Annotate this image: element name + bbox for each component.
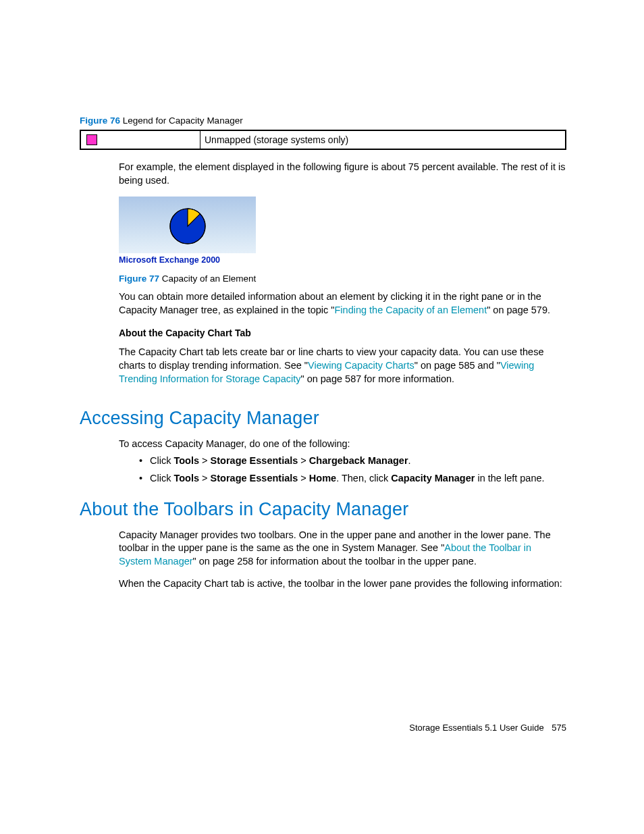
page-footer: Storage Essentials 5.1 User Guide 575 (409, 722, 566, 734)
bullet-text: Click (150, 473, 173, 484)
bullet-bold-tools: Tools (173, 455, 199, 466)
legend-text-cell: Unmapped (storage systems only) (200, 131, 565, 149)
paragraph-access-intro: To access Capacity Manager, do one of th… (119, 438, 566, 451)
list-item: Click Tools > Storage Essentials > Charg… (139, 454, 566, 468)
heading-accessing-capacity-manager: Accessing Capacity Manager (80, 406, 566, 430)
figure-76-caption: Figure 76 Legend for Capacity Manager (80, 115, 566, 127)
subhead-capacity-chart-tab: About the Capacity Chart Tab (119, 327, 566, 340)
figure-76-caption-text: Legend for Capacity Manager (123, 115, 243, 126)
bullet-rest: in the left pane. (475, 473, 544, 484)
paragraph-detail: You can obtain more detailed information… (119, 290, 566, 317)
legend-swatch-cell (81, 131, 200, 149)
capacity-element-label: Microsoft Exchange 2000 (119, 253, 256, 269)
page: Figure 76 Legend for Capacity Manager Un… (0, 0, 644, 834)
paragraph-example: For example, the element displayed in th… (119, 161, 566, 187)
bullet-bold-se: Storage Essentials (211, 455, 298, 466)
legend-table: Unmapped (storage systems only) (80, 130, 566, 150)
figure-77-caption-text: Capacity of an Element (162, 273, 257, 284)
figure-77-label: Figure 77 (119, 273, 159, 284)
paragraph-toolbars-b-text: " on page 258 for information about the … (193, 556, 477, 567)
pie-chart-icon (167, 204, 209, 246)
bullet-bold-cm: Capacity Manager (391, 473, 475, 484)
legend-swatch-unmapped (86, 134, 97, 145)
paragraph-detail-b: " on page 579. (487, 305, 550, 315)
paragraph-chart-tab: The Capacity Chart tab lets create bar o… (119, 346, 566, 386)
figure-76-label: Figure 76 (80, 115, 120, 126)
capacity-pie-chart (119, 197, 256, 253)
bullet-sep: > (298, 455, 309, 466)
paragraph-chart-tab-c: " on page 587 for more information. (300, 373, 454, 384)
heading-about-toolbars: About the Toolbars in Capacity Manager (80, 497, 566, 521)
paragraph-toolbars-a: Capacity Manager provides two toolbars. … (119, 529, 566, 569)
bullet-bold-se: Storage Essentials (211, 473, 298, 484)
bullet-then: . Then, click (336, 473, 391, 484)
paragraph-toolbars-c: When the Capacity Chart tab is active, t… (119, 577, 566, 591)
capacity-element-thumbnail: Microsoft Exchange 2000 (119, 197, 256, 269)
bullet-bold-tools: Tools (173, 473, 199, 484)
footer-title: Storage Essentials 5.1 User Guide (409, 723, 543, 733)
bullet-text: Click (150, 455, 173, 466)
footer-page-number: 575 (552, 723, 566, 733)
bullet-sep: > (298, 473, 309, 484)
paragraph-chart-tab-b: " on page 585 and " (414, 360, 500, 371)
link-viewing-capacity-charts[interactable]: Viewing Capacity Charts (308, 360, 414, 371)
access-bullet-list: Click Tools > Storage Essentials > Charg… (139, 454, 566, 485)
bullet-end: . (408, 455, 411, 466)
bullet-sep: > (199, 455, 211, 466)
bullet-sep: > (199, 473, 211, 484)
bullet-bold-cb: Chargeback Manager (309, 455, 408, 466)
list-item: Click Tools > Storage Essentials > Home.… (139, 472, 566, 486)
bullet-bold-home: Home (309, 473, 336, 484)
link-finding-capacity[interactable]: Finding the Capacity of an Element (335, 305, 487, 315)
figure-77-caption: Figure 77 Capacity of an Element (119, 273, 566, 285)
